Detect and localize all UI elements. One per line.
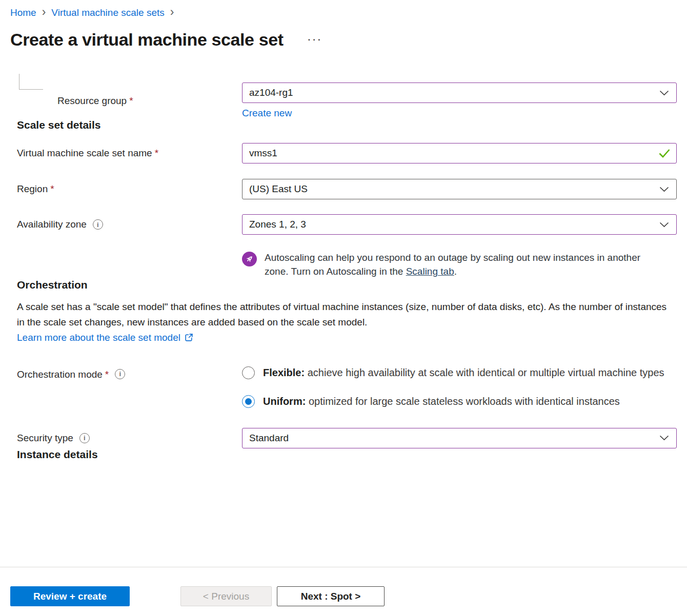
chevron-down-icon [659,435,669,441]
availability-zone-row: Availability zone i Zones 1, 2, 3 [10,214,677,235]
security-type-row: Security type i Standard [10,428,677,448]
security-type-value: Standard [249,433,289,444]
chevron-down-icon [659,222,669,228]
resource-group-label-col: Resource group * [10,83,242,119]
scaling-tab-link[interactable]: Scaling tab [406,266,454,277]
external-link-icon [185,333,193,342]
create-vmss-page: Home › Virtual machine scale sets › Crea… [0,0,687,616]
required-marker: * [129,95,133,107]
vmss-name-row: Virtual machine scale set name * [10,143,677,163]
availability-zone-label: Availability zone [17,219,87,230]
radio-uniform-name: Uniform: [263,396,306,407]
region-value: (US) East US [249,183,308,195]
region-label: Region [17,183,48,195]
radio-label-flexible: Flexible: achieve high availability at s… [263,365,664,381]
chevron-down-icon [659,187,669,192]
required-marker: * [155,148,158,159]
orchestration-mode-label: Orchestration mode [17,369,103,380]
page-title: Create a virtual machine scale set [10,30,284,50]
radio-option-uniform[interactable]: Uniform: optimized for large scale state… [242,394,677,409]
orchestration-mode-row: Orchestration mode * i Flexible: achieve… [10,365,677,409]
orchestration-mode-radio-group: Flexible: achieve high availability at s… [242,365,677,409]
radio-label-uniform: Uniform: optimized for large scale state… [263,394,620,409]
indent-connector [19,74,43,90]
region-row: Region * (US) East US [10,179,677,199]
instance-details-heading: Instance details [17,448,677,461]
radio-flexible-name: Flexible: [263,367,305,378]
review-create-button[interactable]: Review + create [10,586,130,606]
radio-option-flexible[interactable]: Flexible: achieve high availability at s… [242,365,677,381]
more-options-icon[interactable]: ··· [308,35,323,45]
security-type-dropdown[interactable]: Standard [242,428,677,448]
info-icon[interactable]: i [93,219,103,230]
vmss-name-label: Virtual machine scale set name [17,148,152,159]
rocket-icon [242,252,257,266]
chevron-down-icon [659,90,669,96]
breadcrumb-separator-icon: › [170,6,174,19]
breadcrumb: Home › Virtual machine scale sets › [10,0,677,19]
breadcrumb-home-link[interactable]: Home [10,7,36,18]
resource-group-value: az104-rg1 [249,87,293,98]
previous-button[interactable]: < Previous [180,586,272,606]
page-content: Home › Virtual machine scale sets › Crea… [0,0,687,567]
radio-button-flexible[interactable] [242,366,255,379]
create-new-link[interactable]: Create new [242,108,292,119]
required-marker: * [50,183,54,195]
required-marker: * [105,369,109,380]
learn-more-link[interactable]: Learn more about the scale set model [17,332,193,343]
title-row: Create a virtual machine scale set ··· [10,30,677,50]
availability-zone-value: Zones 1, 2, 3 [249,219,306,230]
resource-group-row: Resource group * az104-rg1 Create new [10,83,677,119]
radio-button-uniform[interactable] [242,395,255,408]
info-icon[interactable]: i [115,369,125,379]
breadcrumb-vmss-link[interactable]: Virtual machine scale sets [51,7,164,18]
info-icon[interactable]: i [79,433,90,443]
security-type-label: Security type [17,433,73,444]
scale-set-details-heading: Scale set details [17,119,677,131]
availability-zone-dropdown[interactable]: Zones 1, 2, 3 [242,214,677,235]
orchestration-description: A scale set has a "scale set model" that… [17,299,677,331]
breadcrumb-separator-icon: › [42,6,46,19]
note-text-after: . [454,266,457,277]
vmss-name-input[interactable] [242,143,677,163]
autoscaling-note-text: Autoscaling can help you respond to an o… [265,251,648,279]
radio-uniform-description: optimized for large scale stateless work… [306,396,620,407]
resource-group-dropdown[interactable]: az104-rg1 [242,83,677,103]
region-dropdown[interactable]: (US) East US [242,179,677,199]
radio-flexible-description: achieve high availability at scale with … [305,367,664,378]
footer-bar: Review + create < Previous Next : Spot > [0,567,687,616]
resource-group-label: Resource group [57,95,127,107]
learn-more-label: Learn more about the scale set model [17,332,180,343]
orchestration-heading: Orchestration [17,279,677,291]
next-spot-button[interactable]: Next : Spot > [277,586,385,606]
autoscaling-note: Autoscaling can help you respond to an o… [242,251,677,279]
validation-check-icon [658,149,671,158]
